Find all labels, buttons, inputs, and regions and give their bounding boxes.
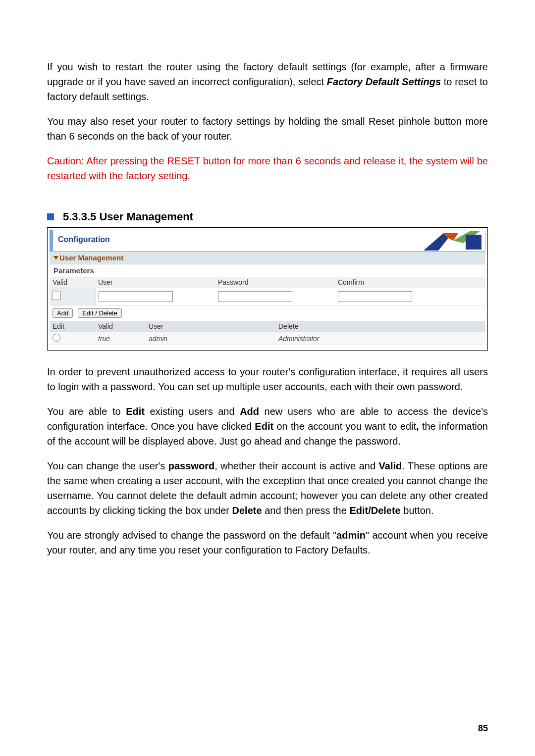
list-col-edit: Edit [50,321,95,332]
text: , whether their account is active and [214,460,378,471]
svg-marker-0 [424,233,448,251]
text: existing users and [145,406,240,417]
caution-text: Caution: After pressing the RESET button… [47,155,488,181]
text-bold: Valid [379,460,402,471]
text-bold: Add [240,406,259,417]
valid-checkbox[interactable] [53,292,61,300]
text: You can change the user's [47,460,168,471]
parameters-label: Parameters [50,264,485,277]
text-bold: Edit [126,406,145,417]
text: and then press the [262,505,350,516]
text: In order to prevent unauthorized access … [47,366,488,392]
col-valid: Valid [50,277,95,288]
triangle-down-icon [54,256,58,260]
col-user: User [95,277,215,288]
text-bold: Delete [232,505,262,516]
subsection-label: User Management [59,253,123,262]
paragraph-edit-add: You are able to Edit existing users and … [47,404,488,449]
text: You are able to [47,406,126,417]
paragraph-prevent-access: In order to prevent unauthorized access … [47,364,488,394]
text-bold: admin [336,530,366,541]
bullet-square-icon [47,213,54,220]
header-decoration [424,230,485,251]
col-password: Password [215,277,335,288]
svg-rect-3 [466,235,482,250]
valid-cell [50,288,95,305]
paragraph-reset-pinhole: You may also reset your router to factor… [47,114,488,144]
row-delete: Administrator [275,332,485,345]
text-bold: password [168,460,214,471]
user-list-table: Edit Valid User Delete true admin Admini… [50,321,485,345]
add-button[interactable]: Add [53,308,73,318]
document-page: If you wish to restart the router using … [0,0,535,756]
config-panel: Configuration User Management Parameters… [47,227,488,351]
paragraph-admin-advice: You are strongly advised to change the p… [47,528,488,557]
paragraph-change-password: You can change the user's password, whet… [47,458,488,518]
text: You may also reset your router to factor… [47,116,488,142]
text-bold-italic: Factory Default Settings [327,76,441,87]
list-col-user: User [146,321,275,332]
row-valid: true [95,332,146,345]
table-row: true admin Administrator [50,332,485,345]
text-bold: Edit [255,421,273,432]
list-col-delete: Delete [275,321,485,332]
button-row: Add Edit / Delete [50,305,485,321]
row-user: admin [146,332,275,345]
page-number: 85 [478,723,488,734]
config-header: Configuration [50,230,485,252]
text: on the account you want to edit [273,421,416,432]
user-management-bar[interactable]: User Management [50,252,485,264]
text: You are strongly advised to change the p… [47,530,336,541]
section-header: 5.3.3.5 User Management [47,210,488,223]
text-bold: Edit/Delete [349,505,400,516]
config-title: Configuration [53,230,115,251]
list-col-valid: Valid [95,321,146,332]
edit-radio[interactable] [53,334,60,342]
edit-radio-cell [50,332,95,345]
password-input[interactable] [218,291,292,302]
user-cell [95,288,215,305]
paragraph-factory-default: If you wish to restart the router using … [47,59,488,104]
arrow-graphic-icon [424,231,483,251]
confirm-input[interactable] [338,291,412,302]
confirm-cell [335,288,485,305]
col-confirm: Comfirm [335,277,485,288]
password-cell [215,288,335,305]
edit-delete-button[interactable]: Edit / Delete [78,308,122,318]
parameters-form-table: Valid User Password Comfirm [50,277,485,305]
text: button. [401,505,434,516]
paragraph-caution: Caution: After pressing the RESET button… [47,153,488,183]
section-title: 5.3.3.5 User Management [63,210,193,223]
user-input[interactable] [99,291,173,302]
